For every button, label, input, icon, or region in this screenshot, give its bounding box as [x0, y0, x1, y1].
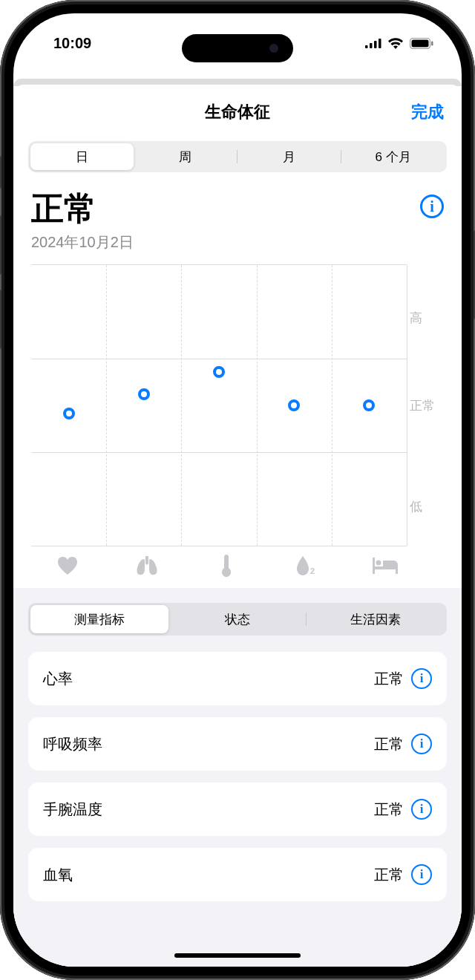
dynamic-island [182, 34, 293, 62]
chart-x-icons: 2 [28, 555, 425, 576]
metric-right: 正常 i [374, 864, 432, 885]
chart-point[interactable] [63, 408, 75, 419]
svg-text:2: 2 [310, 566, 315, 575]
bed-icon [373, 555, 398, 576]
lower-section: 测量指标 状态 生活因素 心率 正常 i 呼吸频率 正常 i [13, 588, 462, 967]
segment-lifestyle[interactable]: 生活因素 [307, 605, 445, 633]
svg-rect-5 [412, 39, 429, 47]
metric-right: 正常 i [374, 668, 432, 689]
metric-right: 正常 i [374, 799, 432, 820]
metric-name: 手腕温度 [43, 800, 102, 820]
metric-name: 呼吸频率 [43, 734, 102, 754]
metric-status: 正常 [374, 800, 404, 820]
sheet-header: 生命体征 完成 [13, 85, 462, 137]
info-icon[interactable]: i [411, 799, 432, 820]
metric-name: 血氧 [43, 865, 73, 885]
metric-row-blood-oxygen[interactable]: 血氧 正常 i [28, 848, 447, 901]
svg-rect-3 [379, 39, 381, 48]
vitals-chart[interactable]: 高 正常 低 [31, 264, 444, 546]
chart-point[interactable] [138, 388, 150, 400]
y-axis-normal: 正常 [410, 397, 444, 414]
svg-point-9 [376, 561, 381, 566]
lungs-icon [134, 555, 160, 576]
svg-rect-11 [396, 566, 398, 574]
chart-grid: 高 正常 低 [31, 264, 407, 546]
info-icon[interactable]: i [411, 734, 432, 754]
metric-right: 正常 i [374, 734, 432, 754]
screen: 10:09 生命体征 完成 日 周 [13, 13, 462, 967]
silent-switch [0, 156, 1, 189]
metric-name: 心率 [43, 669, 73, 689]
svg-rect-6 [431, 41, 433, 45]
svg-rect-2 [374, 41, 377, 48]
segment-status[interactable]: 状态 [168, 605, 307, 633]
time-range-segmented[interactable]: 日 周 月 6 个月 [28, 141, 447, 172]
page-title: 生命体征 [205, 101, 270, 123]
status-date: 2024年10月2日 [31, 232, 444, 252]
chart-gridline [181, 265, 182, 546]
thermometer-icon [214, 555, 239, 576]
volume-down-button [0, 290, 1, 349]
y-axis-low: 低 [410, 498, 444, 515]
segment-6month[interactable]: 6 个月 [341, 143, 445, 170]
signal-icon [365, 38, 381, 48]
svg-rect-8 [373, 558, 375, 574]
battery-icon [410, 38, 433, 49]
chart-gridline [257, 265, 258, 546]
heart-icon [55, 555, 80, 576]
metric-status: 正常 [374, 669, 404, 689]
volume-up-button [0, 215, 1, 275]
oxygen-icon: 2 [293, 555, 318, 576]
chart-gridline [407, 265, 407, 546]
info-icon[interactable]: i [411, 864, 432, 885]
done-button[interactable]: 完成 [411, 101, 444, 123]
chart-point[interactable] [288, 399, 300, 411]
svg-rect-1 [370, 43, 373, 48]
segment-day[interactable]: 日 [30, 143, 134, 170]
chart-point[interactable] [363, 399, 375, 411]
metric-row-wrist-temperature[interactable]: 手腕温度 正常 i [28, 783, 447, 836]
metric-status: 正常 [374, 734, 404, 754]
metric-row-heart-rate[interactable]: 心率 正常 i [28, 652, 447, 705]
wifi-icon [387, 37, 404, 49]
segment-metrics[interactable]: 测量指标 [30, 605, 168, 633]
chart-gridline [106, 265, 107, 546]
home-indicator[interactable] [174, 953, 301, 958]
segment-month[interactable]: 月 [238, 143, 341, 170]
status-label: 正常 [31, 187, 444, 231]
info-icon[interactable]: i [411, 668, 432, 689]
chart-gridline [332, 265, 332, 546]
status-block: 正常 2024年10月2日 i [13, 172, 462, 257]
metrics-segmented[interactable]: 测量指标 状态 生活因素 [28, 603, 447, 636]
segment-week[interactable]: 周 [134, 143, 237, 170]
y-axis-high: 高 [410, 310, 444, 327]
svg-rect-10 [373, 566, 398, 569]
svg-rect-0 [365, 45, 368, 48]
metric-row-respiratory-rate[interactable]: 呼吸频率 正常 i [28, 717, 447, 771]
chart-point[interactable] [213, 366, 225, 378]
device-frame: 10:09 生命体征 完成 日 周 [0, 0, 475, 980]
sheet: 生命体征 完成 日 周 月 6 个月 正常 2024年10月2日 i [13, 85, 462, 967]
status-time: 10:09 [53, 35, 91, 52]
chart-gridline [31, 359, 407, 359]
status-right [365, 37, 433, 49]
metric-status: 正常 [374, 865, 404, 885]
chart-gridline [31, 452, 407, 453]
info-button[interactable]: i [420, 195, 444, 218]
